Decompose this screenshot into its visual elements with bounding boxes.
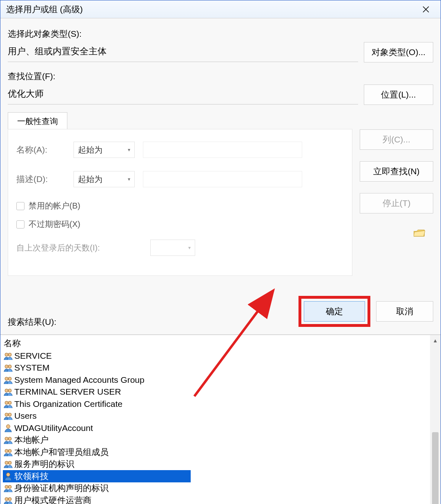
dialog-window: 选择用户或组 (高级) 选择此对象类型(S): 用户、组或内置安全主体 对象类型… xyxy=(0,0,441,504)
object-type-section: 选择此对象类型(S): 用户、组或内置安全主体 对象类型(O)... xyxy=(8,28,433,62)
svg-point-18 xyxy=(8,437,11,440)
svg-point-14 xyxy=(5,413,8,416)
result-row[interactable]: 本地帐户 xyxy=(3,434,430,446)
results-label: 搜索结果(U): xyxy=(8,316,56,328)
results-column-header[interactable]: 名称 xyxy=(3,337,430,350)
desc-input[interactable] xyxy=(143,171,302,187)
result-name: 本地帐户 xyxy=(14,434,49,446)
result-row[interactable]: 用户模式硬件运营商 xyxy=(3,494,430,504)
ok-button[interactable]: 确定 xyxy=(304,301,365,322)
name-input[interactable] xyxy=(143,142,302,158)
desc-match-value: 起始为 xyxy=(78,174,102,185)
object-types-button[interactable]: 对象类型(O)... xyxy=(364,42,433,62)
results-scrollbar[interactable]: ▲ ▼ xyxy=(430,335,441,504)
group-icon xyxy=(4,460,13,468)
svg-point-27 xyxy=(8,497,11,501)
name-query-row: 名称(A): 起始为 ▾ xyxy=(16,142,344,158)
svg-point-21 xyxy=(5,461,8,464)
svg-point-15 xyxy=(8,413,11,416)
side-buttons: 列(C)... 立即查找(N) 停止(T) xyxy=(360,129,433,276)
disabled-accounts-label: 禁用的帐户(B) xyxy=(29,200,80,211)
location-value: 优化大师 xyxy=(8,85,358,104)
result-row[interactable]: 服务声明的标识 xyxy=(3,458,430,471)
days-label: 自上次登录后的天数(I): xyxy=(16,242,143,253)
group-icon xyxy=(4,363,13,372)
result-row[interactable]: System Managed Accounts Group xyxy=(3,374,430,386)
checkbox-icon xyxy=(16,220,24,229)
group-icon xyxy=(4,448,13,457)
chevron-down-icon: ▾ xyxy=(188,245,191,251)
cancel-button[interactable]: 取消 xyxy=(376,301,433,322)
svg-point-12 xyxy=(5,401,8,404)
svg-point-10 xyxy=(5,389,8,392)
window-title: 选择用户或组 (高级) xyxy=(6,4,83,15)
svg-point-16 xyxy=(7,424,10,428)
result-row[interactable]: SERVICE xyxy=(3,350,430,362)
result-row[interactable]: WDAGUtilityAccount xyxy=(3,422,430,434)
query-tabs: 一般性查询 名称(A): 起始为 ▾ 描述(D): xyxy=(8,112,433,276)
name-match-combo[interactable]: 起始为 ▾ xyxy=(74,142,135,158)
group-icon xyxy=(4,484,13,493)
annotation-highlight: 确定 xyxy=(298,296,370,327)
columns-button[interactable]: 列(C)... xyxy=(360,129,433,150)
result-name: 本地帐户和管理员组成员 xyxy=(14,446,109,458)
svg-point-24 xyxy=(5,485,8,488)
close-icon xyxy=(423,6,429,13)
object-type-value: 用户、组或内置安全主体 xyxy=(8,43,358,62)
result-row[interactable]: This Organization Certificate xyxy=(3,398,430,410)
svg-point-8 xyxy=(5,377,8,380)
name-match-value: 起始为 xyxy=(78,144,102,155)
result-name: TERMINAL SERVER USER xyxy=(14,386,121,397)
result-name: WDAGUtilityAccount xyxy=(14,422,93,434)
desc-query-row: 描述(D): 起始为 ▾ xyxy=(16,171,344,187)
result-row[interactable]: Users xyxy=(3,410,430,422)
group-icon xyxy=(4,400,13,409)
scroll-thumb[interactable] xyxy=(432,432,439,504)
user-icon xyxy=(4,424,13,433)
query-panel: 名称(A): 起始为 ▾ 描述(D): 起始为 ▾ xyxy=(8,129,352,276)
stop-button[interactable]: 停止(T) xyxy=(360,193,433,213)
result-row[interactable]: TERMINAL SERVER USER xyxy=(3,386,430,398)
group-icon xyxy=(4,411,13,420)
result-name: 身份验证机构声明的标识 xyxy=(14,482,109,494)
desc-match-combo[interactable]: 起始为 ▾ xyxy=(74,171,135,187)
svg-point-26 xyxy=(5,497,8,501)
group-icon xyxy=(4,351,13,360)
disabled-accounts-checkbox[interactable]: 禁用的帐户(B) xyxy=(16,200,344,211)
svg-point-13 xyxy=(8,401,11,404)
object-type-label: 选择此对象类型(S): xyxy=(8,28,433,40)
find-icon xyxy=(414,229,425,240)
result-row[interactable]: 本地帐户和管理员组成员 xyxy=(3,446,430,458)
nonexpire-password-label: 不过期密码(X) xyxy=(29,219,80,230)
days-combo[interactable]: ▾ xyxy=(150,240,195,256)
location-section: 查找位置(F): 优化大师 位置(L)... xyxy=(8,71,433,105)
find-now-button[interactable]: 立即查找(N) xyxy=(360,161,433,182)
desc-label: 描述(D): xyxy=(16,173,65,185)
svg-point-25 xyxy=(8,485,11,488)
result-name: 服务声明的标识 xyxy=(14,458,74,470)
result-row[interactable]: 软领科技 xyxy=(3,470,191,482)
tab-common-query[interactable]: 一般性查询 xyxy=(8,112,67,129)
group-icon xyxy=(4,435,13,444)
content-area: 选择此对象类型(S): 用户、组或内置安全主体 对象类型(O)... 查找位置(… xyxy=(0,18,441,335)
location-label: 查找位置(F): xyxy=(8,71,433,82)
group-icon xyxy=(4,387,13,396)
nonexpire-password-checkbox[interactable]: 不过期密码(X) xyxy=(16,219,344,230)
user-icon xyxy=(4,472,13,481)
result-name: Users xyxy=(14,410,37,422)
chevron-down-icon: ▾ xyxy=(128,147,130,153)
svg-point-5 xyxy=(8,353,11,356)
group-icon xyxy=(4,375,13,384)
titlebar: 选择用户或组 (高级) xyxy=(0,0,441,18)
svg-point-23 xyxy=(7,473,10,476)
result-row[interactable]: 身份验证机构声明的标识 xyxy=(3,482,430,495)
group-icon xyxy=(4,496,13,504)
days-since-logon-row: 自上次登录后的天数(I): ▾ xyxy=(16,240,344,256)
locations-button[interactable]: 位置(L)... xyxy=(364,84,433,105)
svg-point-22 xyxy=(8,461,11,464)
result-row[interactable]: SYSTEM xyxy=(3,362,430,374)
close-button[interactable] xyxy=(417,3,435,16)
name-label: 名称(A): xyxy=(16,144,65,155)
results-list[interactable]: 名称 SERVICESYSTEMSystem Managed Accounts … xyxy=(0,335,430,504)
result-name: SYSTEM xyxy=(14,362,49,373)
